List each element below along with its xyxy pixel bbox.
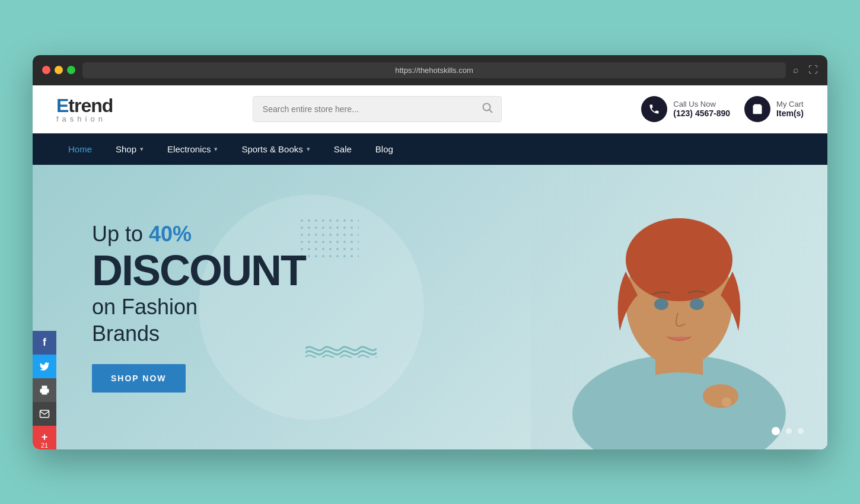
slider-dot-1[interactable] [772,427,780,435]
site-nav: Home Shop ▾ Electronics ▾ Sports & Books… [33,133,827,165]
browser-chrome: https://thehotskills.com ⌕ ⛶ [33,55,827,85]
hero-discount-text: 40% [149,222,192,246]
site-header: Etrend fashion [33,85,827,133]
slider-dot-3[interactable] [798,428,804,434]
nav-label-electronics: Electronics [167,144,211,154]
slider-dot-2[interactable] [786,428,792,434]
cart-label: My Cart [776,100,804,109]
cart-icon-circle [744,96,770,122]
phone-icon [648,103,660,115]
hero-content: Up to 40% DISCOUNT on Fashion Brands SHO… [33,221,305,393]
nav-label-shop: Shop [116,144,136,154]
svg-point-10 [654,298,668,310]
logo-tagline: fashion [56,114,106,123]
svg-point-9 [626,218,732,301]
cart-text: My Cart Item(s) [776,100,804,118]
nav-item-sports-books[interactable]: Sports & Books ▾ [230,133,321,165]
hero-section: f [33,165,827,449]
hero-line3: on Fashion [92,294,305,320]
social-twitter-button[interactable] [33,355,56,378]
nav-item-shop[interactable]: Shop ▾ [104,133,155,165]
search-input[interactable] [253,97,474,122]
nav-label-home: Home [68,144,92,154]
print-icon [39,385,50,395]
logo[interactable]: Etrend fashion [56,95,113,123]
phone-text: Call Us Now (123) 4567-890 [673,100,730,118]
slider-dots [772,427,804,435]
hero-title: DISCOUNT [92,249,305,292]
social-print-button[interactable] [33,378,56,402]
address-bar[interactable]: https://thehotskills.com [82,62,786,78]
nav-item-home[interactable]: Home [56,133,104,165]
browser-dots [42,66,75,74]
electronics-chevron-down-icon: ▾ [214,145,218,153]
nav-item-electronics[interactable]: Electronics ▾ [155,133,230,165]
hero-wave-decoration [305,340,377,358]
social-email-button[interactable] [33,402,56,426]
sports-chevron-down-icon: ▾ [307,145,310,153]
plus-icon: + [42,432,48,442]
hero-line4: Brands [92,321,305,346]
cart-icon [751,103,763,115]
browser-fullscreen-icon[interactable]: ⛶ [808,65,818,75]
cart-items: Item(s) [776,109,804,118]
nav-label-sale: Sale [334,144,352,154]
browser-window: https://thehotskills.com ⌕ ⛶ Etrend fash… [33,55,827,449]
svg-point-11 [690,298,704,310]
nav-item-sale[interactable]: Sale [322,133,364,165]
facebook-icon: f [43,336,46,349]
search-icon [482,103,493,113]
phone-icon-circle [641,96,667,122]
nav-label-blog: Blog [375,144,393,154]
browser-search-icon[interactable]: ⌕ [793,65,799,75]
hero-cta-button[interactable]: SHOP NOW [92,364,186,393]
svg-point-13 [722,397,731,407]
cart-action[interactable]: My Cart Item(s) [744,96,804,122]
social-sidebar: f [33,331,56,449]
svg-point-0 [483,103,490,110]
svg-rect-5 [42,391,47,394]
header-actions: Call Us Now (123) 4567-890 My Cart [641,96,804,122]
hero-line1-prefix: Up to [92,222,149,246]
logo-trend: trend [68,95,113,116]
svg-line-1 [489,110,492,113]
plus-count: 21 [41,442,48,449]
shop-chevron-down-icon: ▾ [140,145,144,153]
email-icon [39,409,50,419]
social-facebook-button[interactable]: f [33,331,56,355]
minimize-button[interactable] [55,66,63,74]
svg-rect-4 [300,218,359,260]
site-content: Etrend fashion [33,85,827,449]
browser-toolbar-icons: ⌕ ⛶ [793,65,818,75]
phone-number: (123) 4567-890 [673,109,730,118]
search-button[interactable] [474,97,501,122]
svg-point-12 [703,384,738,408]
model-svg [543,165,816,449]
nav-item-blog[interactable]: Blog [364,133,405,165]
search-bar[interactable] [253,96,502,122]
twitter-icon [39,361,50,372]
hero-subtitle: Up to 40% [92,221,305,247]
hero-model-image [531,165,827,449]
logo-e: E [56,95,68,116]
logo-text: Etrend [56,95,113,117]
social-plus-button[interactable]: + 21 [33,426,56,449]
nav-label-sports-books: Sports & Books [241,144,302,154]
close-button[interactable] [42,66,50,74]
phone-action: Call Us Now (123) 4567-890 [641,96,730,122]
maximize-button[interactable] [67,66,75,74]
url-text: https://thehotskills.com [395,66,473,75]
hero-dots-decoration [300,218,359,260]
phone-label: Call Us Now [673,100,730,109]
